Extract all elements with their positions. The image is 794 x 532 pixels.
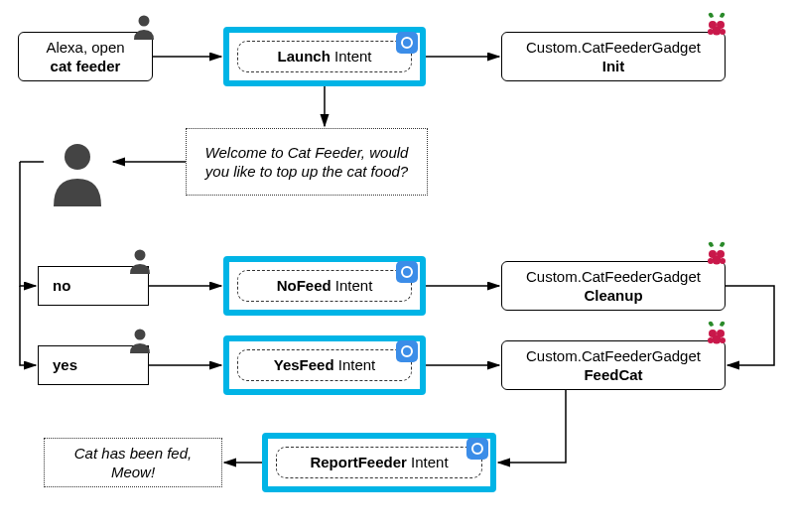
svg-point-16 — [713, 335, 722, 344]
gadget-feedcat: Custom.CatFeederGadgetFeedCat — [501, 340, 726, 390]
svg-point-5 — [720, 29, 726, 35]
yesfeed-intent-box: YesFeed Intent — [237, 349, 412, 381]
raspberry-pi-icon — [703, 321, 730, 348]
svg-point-7 — [135, 250, 146, 261]
svg-point-13 — [720, 258, 726, 264]
utterance-open-text: Alexa, open cat feeder — [46, 38, 124, 76]
alexa-icon — [396, 261, 418, 283]
alexa-icon — [396, 340, 418, 362]
raspberry-pi-icon — [703, 241, 730, 269]
svg-point-0 — [139, 16, 150, 27]
user-small-icon — [129, 12, 159, 46]
svg-point-11 — [713, 256, 722, 265]
svg-point-4 — [708, 29, 714, 35]
svg-point-12 — [708, 258, 714, 264]
launch-intent-box: Launch Intent — [237, 41, 412, 72]
alexa-icon — [466, 438, 488, 460]
user-large-icon — [48, 139, 107, 212]
svg-point-17 — [708, 337, 714, 343]
fed-message: Cat has been fed, Meow! — [44, 438, 222, 487]
user-small-icon-no — [125, 246, 155, 280]
svg-point-3 — [713, 27, 722, 36]
nofeed-intent-box: NoFeed Intent — [237, 270, 412, 302]
report-intent-box: ReportFeeder Intent — [276, 447, 482, 478]
svg-point-8 — [135, 330, 146, 340]
raspberry-pi-icon — [703, 12, 730, 40]
svg-point-18 — [720, 337, 726, 343]
gadget-cleanup: Custom.CatFeederGadgetCleanup — [501, 261, 726, 311]
welcome-message: Welcome to Cat Feeder, would you like to… — [186, 128, 428, 196]
flow-diagram: Alexa, open cat feeder Launch Intent Cus… — [0, 0, 794, 532]
svg-point-6 — [65, 144, 90, 170]
user-small-icon-yes — [125, 326, 155, 359]
gadget-init: Custom.CatFeederGadgetInit — [501, 32, 726, 81]
alexa-icon — [396, 32, 418, 54]
